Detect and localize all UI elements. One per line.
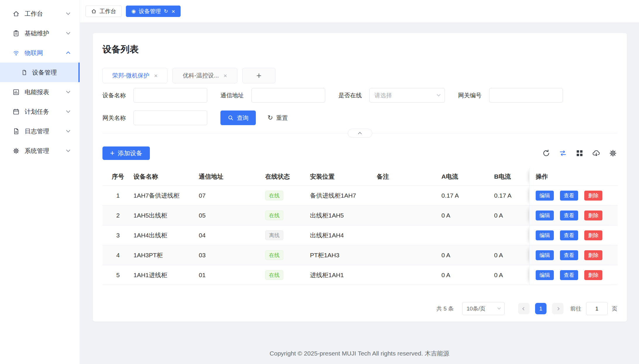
grid-icon[interactable] bbox=[575, 149, 584, 158]
page-unit-label: 页 bbox=[612, 305, 617, 313]
toolbar-icon-group bbox=[542, 149, 617, 158]
chevron-up-icon bbox=[358, 132, 362, 136]
status-badge: 离线 bbox=[265, 230, 283, 240]
status-badge: 在线 bbox=[265, 191, 283, 200]
tab-device-management[interactable]: ◉ 设备管理 ↻ × bbox=[126, 6, 181, 17]
search-icon bbox=[228, 115, 234, 121]
comm-addr-input[interactable] bbox=[251, 88, 325, 103]
device-name-label: 设备名称 bbox=[102, 92, 126, 99]
edit-button[interactable]: 编辑 bbox=[536, 230, 554, 240]
main-area: 工作台 ◉ 设备管理 ↻ × 设备列表 荣邦-微机保护 × 优科-温控设... … bbox=[80, 0, 639, 364]
plus-icon: + bbox=[256, 71, 262, 81]
delete-button[interactable]: 删除 bbox=[584, 250, 602, 260]
cell-device-name: 1AH5出线柜 bbox=[133, 211, 199, 220]
cell-current-b: 0 A bbox=[494, 272, 529, 279]
calendar-icon bbox=[12, 108, 20, 115]
table-row: 3 1AH4出线柜 04 离线 出线柜1AH4 编辑 查看 删除 bbox=[102, 225, 618, 245]
chevron-down-icon bbox=[66, 11, 70, 15]
page-size-select[interactable]: 10条/页 bbox=[462, 302, 505, 315]
refresh-icon: ↻ bbox=[268, 115, 273, 121]
add-device-tab-button[interactable]: + bbox=[242, 68, 275, 83]
search-button[interactable]: 查询 bbox=[220, 111, 256, 125]
cell-current-b: 0 A bbox=[494, 252, 529, 259]
chevron-down-icon bbox=[66, 109, 70, 113]
cloud-download-icon[interactable] bbox=[592, 149, 601, 158]
view-button[interactable]: 查看 bbox=[560, 250, 578, 260]
sidebar-item-log-management[interactable]: 日志管理 bbox=[0, 121, 80, 141]
sidebar-item-device-management[interactable]: 设备管理 bbox=[0, 63, 80, 82]
col-header: 通信地址 bbox=[199, 172, 265, 181]
edit-button[interactable]: 编辑 bbox=[536, 270, 554, 280]
col-header: 在线状态 bbox=[265, 172, 310, 181]
device-tab-youke[interactable]: 优科-温控设... × bbox=[172, 68, 237, 83]
gear-icon[interactable] bbox=[609, 149, 617, 158]
refresh-icon[interactable] bbox=[542, 149, 551, 158]
tab-label: 设备管理 bbox=[139, 8, 161, 15]
delete-button[interactable]: 删除 bbox=[584, 230, 602, 240]
delete-button[interactable]: 删除 bbox=[584, 211, 602, 220]
close-icon[interactable]: × bbox=[172, 8, 175, 14]
online-status-select[interactable]: 请选择 bbox=[369, 88, 445, 103]
close-icon[interactable]: × bbox=[224, 72, 227, 79]
sidebar-item-workbench[interactable]: 工作台 bbox=[0, 4, 80, 23]
document-icon bbox=[12, 127, 20, 135]
table-row: 2 1AH5出线柜 05 在线 出线柜1AH5 0 A 0 A 编辑 查看 删除 bbox=[102, 206, 618, 225]
edit-button[interactable]: 编辑 bbox=[536, 250, 554, 260]
cell-location: 进线柜1AH1 bbox=[310, 271, 377, 279]
gateway-no-label: 网关编号 bbox=[458, 92, 482, 99]
close-icon[interactable]: × bbox=[154, 72, 157, 79]
col-header-actions: 操作 bbox=[529, 168, 618, 185]
device-name-input[interactable] bbox=[133, 88, 207, 103]
page-number-button[interactable]: 1 bbox=[535, 303, 547, 314]
sidebar-item-scheduled-tasks[interactable]: 计划任务 bbox=[0, 102, 80, 121]
goto-page-input[interactable] bbox=[586, 302, 608, 315]
cell-current-a: 0 A bbox=[441, 272, 494, 279]
cell-status: 在线 bbox=[265, 250, 310, 260]
sidebar-item-system-management[interactable]: 系统管理 bbox=[0, 141, 80, 161]
device-tab-rongbang[interactable]: 荣邦-微机保护 × bbox=[102, 68, 167, 83]
edit-button[interactable]: 编辑 bbox=[536, 191, 554, 201]
collapse-toggle-button[interactable] bbox=[348, 129, 372, 138]
sidebar-item-label: 基础维护 bbox=[25, 29, 67, 37]
sync-icon[interactable] bbox=[559, 149, 567, 158]
next-page-button[interactable] bbox=[552, 303, 563, 314]
cell-location: PT柜1AH3 bbox=[310, 251, 377, 259]
chevron-left-icon bbox=[522, 307, 525, 310]
cell-device-name: 1AH1进线柜 bbox=[133, 271, 199, 279]
search-form-row-1: 设备名称 通信地址 是否在线 请选择 网关编号 bbox=[102, 88, 617, 103]
file-icon bbox=[21, 69, 28, 76]
gateway-name-input[interactable] bbox=[133, 111, 207, 125]
table-row: 4 1AH3PT柜 03 在线 PT柜1AH3 0 A 0 A 编辑 查看 删除 bbox=[102, 245, 618, 265]
status-badge: 在线 bbox=[265, 270, 283, 280]
sidebar-item-basic-maintenance[interactable]: 基础维护 bbox=[0, 23, 80, 43]
cell-location: 出线柜1AH4 bbox=[310, 231, 377, 239]
copyright-footer: Copyright © 2025-present MUJI Tech All r… bbox=[80, 322, 639, 364]
tab-bar: 工作台 ◉ 设备管理 ↻ × bbox=[80, 0, 639, 23]
gateway-no-input[interactable] bbox=[489, 88, 563, 103]
sidebar-item-label: 物联网 bbox=[25, 49, 67, 57]
view-button[interactable]: 查看 bbox=[560, 191, 578, 201]
prev-page-button[interactable] bbox=[518, 303, 530, 314]
view-button[interactable]: 查看 bbox=[560, 211, 578, 220]
reset-button[interactable]: ↻ 重置 bbox=[263, 111, 292, 125]
sidebar-item-iot[interactable]: 物联网 bbox=[0, 43, 80, 63]
gear-icon bbox=[12, 147, 20, 155]
status-badge: 在线 bbox=[265, 250, 283, 260]
table-row: 5 1AH1进线柜 01 在线 进线柜1AH1 0 A 0 A 编辑 查看 删除 bbox=[102, 265, 618, 285]
cell-actions: 编辑 查看 删除 bbox=[529, 265, 618, 285]
tab-workbench[interactable]: 工作台 bbox=[85, 6, 122, 17]
cell-index: 1 bbox=[102, 192, 133, 199]
sidebar-item-energy-report[interactable]: 电能报表 bbox=[0, 82, 80, 102]
edit-button[interactable]: 编辑 bbox=[536, 211, 554, 220]
delete-button[interactable]: 删除 bbox=[584, 191, 602, 201]
chart-icon bbox=[12, 88, 20, 96]
cell-index: 2 bbox=[102, 212, 133, 219]
cell-index: 4 bbox=[102, 252, 133, 259]
view-button[interactable]: 查看 bbox=[560, 230, 578, 240]
view-button[interactable]: 查看 bbox=[560, 270, 578, 280]
delete-button[interactable]: 删除 bbox=[584, 270, 602, 280]
refresh-icon[interactable]: ↻ bbox=[164, 9, 168, 14]
add-device-button[interactable]: + 添加设备 bbox=[102, 146, 150, 160]
cell-status: 离线 bbox=[265, 230, 310, 240]
cell-device-name: 1AH4出线柜 bbox=[133, 231, 199, 239]
